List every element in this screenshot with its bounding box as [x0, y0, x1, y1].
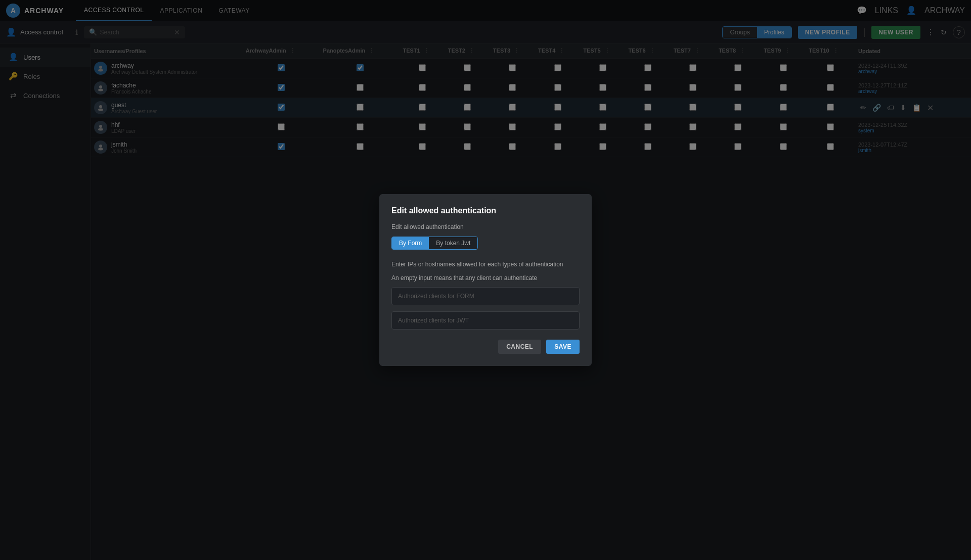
- tab-by-form[interactable]: By Form: [392, 237, 429, 249]
- tab-by-token-jwt[interactable]: By token Jwt: [429, 237, 477, 249]
- authorized-clients-form-input[interactable]: [391, 287, 580, 305]
- modal-desc2: An empty input means that any client can…: [391, 273, 580, 283]
- save-button[interactable]: SAVE: [546, 340, 580, 354]
- edit-auth-modal: Edit allowed authentication Edit allowed…: [379, 194, 592, 366]
- modal-auth-tabs: By Form By token Jwt: [391, 237, 478, 250]
- modal-subtitle: Edit allowed authentication: [391, 223, 580, 230]
- modal-overlay[interactable]: Edit allowed authentication Edit allowed…: [0, 0, 971, 560]
- modal-footer: CANCEL SAVE: [391, 340, 580, 354]
- modal-title: Edit allowed authentication: [391, 206, 580, 215]
- authorized-clients-jwt-input[interactable]: [391, 311, 580, 330]
- modal-desc1: Enter IPs or hostnames allowed for each …: [391, 260, 580, 269]
- cancel-button[interactable]: CANCEL: [498, 340, 541, 354]
